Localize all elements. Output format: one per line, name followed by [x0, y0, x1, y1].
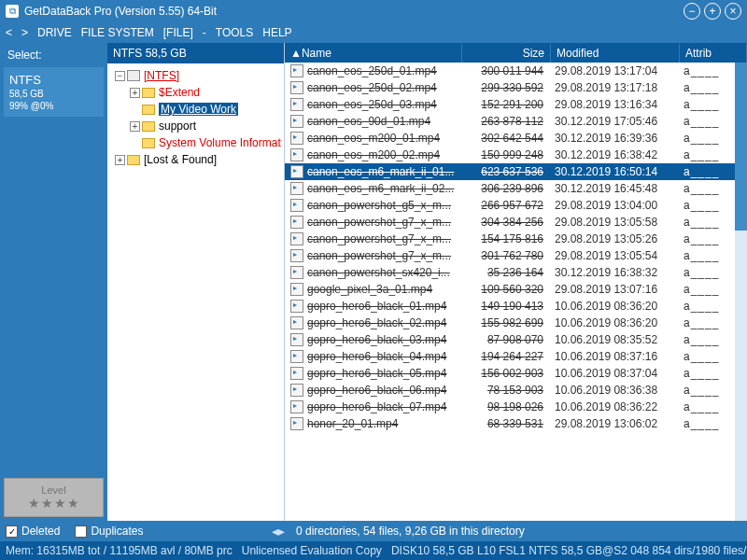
tree-root[interactable]: − [NTFS]	[109, 67, 282, 84]
deleted-checkbox[interactable]: ✓	[6, 525, 18, 538]
file-name: canon_eos_m6_mark_ii_02...	[307, 182, 460, 195]
file-icon	[290, 148, 303, 161]
col-header-attrib[interactable]: Attrib	[680, 44, 747, 63]
file-row[interactable]: gopro_hero6_black_07.mp498 198 02610.06.…	[285, 399, 747, 415]
file-row[interactable]: canon_eos_250d_02.mp4299 330 59229.08.20…	[285, 79, 747, 96]
file-row[interactable]: gopro_hero6_black_01.mp4149 190 41310.06…	[285, 298, 747, 315]
tree-header: NTFS 58,5 GB	[107, 43, 284, 63]
tree-item-myvideowork[interactable]: My Video Work	[109, 101, 282, 118]
file-modified: 10.06.2019 08:36:22	[549, 400, 678, 413]
file-row[interactable]: canon_eos_m6_mark_ii_01...623 637 53630.…	[285, 163, 747, 180]
duplicates-checkbox[interactable]	[75, 525, 87, 538]
file-size: 302 642 544	[460, 132, 549, 145]
file-row[interactable]: canon_powershot_g5_x_m...266 957 67229.0…	[285, 197, 747, 214]
status-license: Unlicensed Evaluation Copy	[242, 544, 382, 557]
file-modified: 30.12.2019 17:05:46	[549, 115, 678, 128]
file-name: canon_eos_250d_01.mp4	[307, 64, 460, 77]
file-modified: 10.06.2019 08:35:52	[549, 333, 678, 346]
file-row[interactable]: canon_eos_250d_01.mp4300 011 94429.08.20…	[285, 63, 747, 79]
file-attrib: a____	[678, 115, 719, 128]
nav-forward-button[interactable]: >	[21, 26, 28, 39]
file-row[interactable]: gopro_hero6_black_03.mp487 908 07010.06.…	[285, 331, 747, 348]
expander-icon[interactable]: +	[130, 121, 140, 132]
file-name: gopro_hero6_black_06.mp4	[307, 384, 460, 397]
file-icon	[290, 115, 303, 128]
file-modified: 10.06.2019 08:37:04	[549, 367, 678, 380]
file-size: 623 637 536	[460, 165, 549, 178]
tree-item-sysvolinfo[interactable]: System Volume Informat	[109, 134, 282, 151]
expander-icon[interactable]: −	[115, 71, 125, 81]
file-row[interactable]: canon_powershot_g7_x_m...304 384 25629.0…	[285, 214, 747, 231]
col-header-modified[interactable]: Modified	[551, 44, 680, 63]
file-row[interactable]: google_pixel_3a_01.mp4109 560 32029.08.2…	[285, 281, 747, 298]
file-name: gopro_hero6_black_02.mp4	[307, 316, 460, 329]
menu-file[interactable]: [FILE]	[163, 26, 193, 39]
menu-drive[interactable]: DRIVE	[37, 26, 72, 39]
file-name: gopro_hero6_black_01.mp4	[307, 300, 460, 313]
spacer	[0, 119, 107, 474]
file-row[interactable]: canon_powershot_g7_x_m...301 762 78029.0…	[285, 247, 747, 264]
menu-filesystem[interactable]: FILE SYSTEM	[81, 26, 154, 39]
file-row[interactable]: canon_eos_250d_03.mp4152 291 20029.08.20…	[285, 96, 747, 113]
drive-icon	[127, 70, 140, 81]
titlebar: ⧉ GetDataBack Pro (Version 5.55) 64-Bit …	[0, 0, 747, 22]
file-modified: 29.08.2019 13:05:54	[549, 249, 678, 262]
close-button[interactable]: ×	[725, 3, 741, 20]
col-header-size[interactable]: Size	[462, 44, 551, 63]
file-icon	[290, 400, 303, 413]
menu-tools[interactable]: TOOLS	[216, 26, 253, 39]
file-row[interactable]: gopro_hero6_black_06.mp478 153 90310.06.…	[285, 382, 747, 399]
file-modified: 29.08.2019 13:17:04	[549, 64, 678, 77]
file-row[interactable]: gopro_hero6_black_02.mp4155 982 69910.06…	[285, 315, 747, 331]
col-header-name[interactable]: ▲Name	[285, 44, 462, 63]
file-icon	[290, 249, 303, 262]
file-row[interactable]: gopro_hero6_black_04.mp4194 264 22710.06…	[285, 348, 747, 365]
tree-item-lostfound[interactable]: + [Lost & Found]	[109, 151, 282, 168]
filter-footer: ✓ Deleted Duplicates ◂▸	[0, 524, 285, 539]
tree-item-support[interactable]: + support	[109, 118, 282, 134]
folder-icon	[142, 138, 155, 148]
duplicates-label: Duplicates	[91, 525, 143, 538]
footer-bar: ✓ Deleted Duplicates ◂▸ 0 directories, 5…	[0, 521, 747, 541]
file-attrib: a____	[678, 266, 719, 279]
tree-body: − [NTFS] + $Extend My Video Work	[107, 63, 284, 521]
tree-root-label: [NTFS]	[144, 69, 179, 82]
menu-help[interactable]: HELP	[262, 26, 291, 39]
file-modified: 29.08.2019 13:07:16	[549, 283, 678, 296]
file-row[interactable]: canon_powershot_sx420_i...35 236 16430.1…	[285, 264, 747, 281]
file-attrib: a____	[678, 316, 719, 329]
file-modified: 29.08.2019 13:04:00	[549, 199, 678, 212]
file-name: gopro_hero6_black_05.mp4	[307, 367, 460, 380]
resize-grip-icon[interactable]: ◂▸	[272, 524, 285, 539]
tree-item-extend[interactable]: + $Extend	[109, 84, 282, 101]
maximize-button[interactable]: +	[704, 3, 721, 20]
level-box[interactable]: Level ★★★★	[4, 478, 104, 517]
file-row[interactable]: gopro_hero6_black_05.mp4156 002 90310.06…	[285, 365, 747, 382]
file-attrib: a____	[678, 283, 719, 296]
file-modified: 29.08.2019 13:17:18	[549, 81, 678, 94]
expander-icon[interactable]: +	[115, 155, 125, 165]
expander-icon[interactable]: +	[130, 88, 140, 98]
file-row[interactable]: canon_powershot_g7_x_m...154 175 81629.0…	[285, 231, 747, 247]
drive-item-ntfs[interactable]: NTFS 58,5 GB 99% @0%	[4, 67, 104, 117]
file-row[interactable]: honor_20_01.mp468 339 53129.08.2019 13:0…	[285, 415, 747, 432]
status-disk: DISK10 58,5 GB L10 FSL1 NTFS 58,5 GB@S2 …	[391, 544, 747, 557]
file-row[interactable]: canon_eos_m6_mark_ii_02...306 239 89630.…	[285, 180, 747, 197]
minimize-button[interactable]: −	[684, 3, 700, 20]
file-size: 35 236 164	[460, 266, 549, 279]
file-attrib: a____	[678, 199, 719, 212]
file-row[interactable]: canon_eos_90d_01.mp4263 878 11230.12.201…	[285, 113, 747, 130]
scrollbar[interactable]	[735, 63, 747, 521]
nav-back-button[interactable]: <	[6, 26, 12, 39]
file-name: google_pixel_3a_01.mp4	[307, 283, 460, 296]
file-modified: 30.12.2019 16:38:42	[549, 148, 678, 161]
file-row[interactable]: canon_eos_m200_02.mp4150 999 24830.12.20…	[285, 147, 747, 163]
file-list: canon_eos_250d_01.mp4300 011 94429.08.20…	[285, 63, 747, 521]
file-attrib: a____	[678, 333, 719, 346]
main-panes: NTFS 58,5 GB − [NTFS] + $Extend	[107, 43, 747, 521]
file-size: 263 878 112	[460, 115, 549, 128]
file-attrib: a____	[678, 148, 719, 161]
file-row[interactable]: canon_eos_m200_01.mp4302 642 54430.12.20…	[285, 130, 747, 147]
scrollbar-thumb[interactable]	[735, 63, 747, 231]
file-name: canon_powershot_g7_x_m...	[307, 249, 460, 262]
